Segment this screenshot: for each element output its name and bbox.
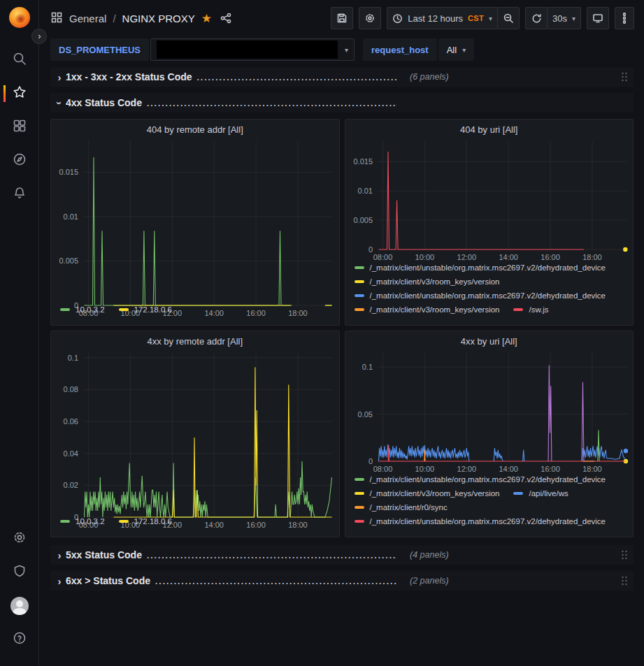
- panel-title[interactable]: 404 by uri [All]: [345, 120, 634, 136]
- svg-text:18:00: 18:00: [582, 253, 602, 261]
- variables-bar: DS_PROMETHEUS ▾ request_host All ▾: [39, 36, 644, 63]
- series-color-swatch: [355, 280, 364, 283]
- row-5xx[interactable]: › 5xx Status Code ......................…: [50, 545, 634, 565]
- legend-item[interactable]: /_matrix/client/unstable/org.matrix.msc2…: [355, 475, 606, 484]
- zoom-out-button[interactable]: [497, 7, 520, 29]
- chart-svg: 08:0010:0012:0014:0016:0018:0000.020.040…: [51, 347, 339, 531]
- variable-label-request-host[interactable]: request_host: [363, 38, 437, 61]
- svg-text:12:00: 12:00: [457, 253, 476, 261]
- legend-item[interactable]: /_matrix/client/v3/room_keys/version: [355, 489, 500, 498]
- svg-text:18:00: 18:00: [582, 465, 602, 473]
- sidebar-item-help[interactable]: [0, 625, 39, 653]
- bell-icon: [12, 185, 27, 203]
- time-range-label: Last 12 hours: [408, 13, 463, 24]
- time-series-chart[interactable]: 08:0010:0012:0014:0016:0018:0000.020.040…: [51, 347, 339, 517]
- panel-title[interactable]: 4xx by uri [All]: [345, 331, 634, 347]
- legend-item[interactable]: /_matrix/client/unstable/org.matrix.msc2…: [355, 517, 606, 526]
- sidebar-item-alerting[interactable]: [0, 180, 39, 208]
- favorite-star-icon[interactable]: ★: [201, 13, 212, 24]
- time-series-chart[interactable]: 08:0010:0012:0014:0016:0018:0000.050.1: [345, 347, 634, 475]
- dashboards-grid-icon: [12, 118, 27, 136]
- refresh-interval-picker[interactable]: 30s ▾: [547, 7, 581, 29]
- legend-item[interactable]: /_matrix/client/unstable/org.matrix.msc2…: [355, 263, 606, 272]
- series-color-swatch: [355, 520, 364, 523]
- sidebar-expand-button[interactable]: ›: [31, 29, 47, 44]
- variable-label-ds-prometheus[interactable]: DS_PROMETHEUS: [50, 38, 149, 61]
- breadcrumb-folder[interactable]: General: [69, 13, 106, 24]
- chevron-right-icon: ›: [53, 575, 66, 587]
- row-6xx[interactable]: › 6xx > Status Code ....................…: [50, 571, 634, 591]
- chevron-down-icon: ▾: [345, 46, 348, 54]
- sidebar-item-configuration[interactable]: [0, 525, 39, 553]
- svg-text:0.02: 0.02: [64, 481, 78, 489]
- kebab-menu-button[interactable]: [615, 7, 634, 29]
- legend-label: /_matrix/client/unstable/org.matrix.msc2…: [370, 475, 606, 484]
- refresh-button[interactable]: [525, 7, 548, 29]
- share-icon[interactable]: [218, 10, 234, 26]
- drag-handle-icon[interactable]: [621, 549, 628, 560]
- svg-text:0.08: 0.08: [64, 385, 78, 393]
- svg-text:0.005: 0.005: [59, 256, 78, 265]
- legend-item[interactable]: /_matrix/client/v3/room_keys/version: [355, 305, 500, 314]
- series-color-swatch: [355, 492, 364, 495]
- drag-handle-icon[interactable]: [621, 71, 628, 82]
- dashboard-canvas: › 1xx - 3xx - 2xx Status Code ..........…: [39, 63, 644, 666]
- legend-label: /_matrix/client/unstable/org.matrix.msc2…: [370, 291, 606, 300]
- apps-grid-icon[interactable]: [50, 11, 63, 26]
- sidebar-item-starred[interactable]: [0, 80, 39, 108]
- legend-item[interactable]: /_matrix/client/unstable/org.matrix.msc2…: [355, 291, 606, 300]
- variable-value-request-host[interactable]: All ▾: [438, 38, 474, 61]
- series-color-swatch: [60, 308, 70, 311]
- sidebar-item-search[interactable]: [0, 46, 39, 74]
- legend-label: 172.18.0.6: [134, 305, 172, 314]
- legend-item[interactable]: /api/live/ws: [513, 489, 568, 498]
- row-1xx-3xx-2xx[interactable]: › 1xx - 3xx - 2xx Status Code ..........…: [50, 67, 634, 87]
- svg-text:08:00: 08:00: [373, 465, 392, 473]
- legend-item[interactable]: /_matrix/client/r0/sync: [355, 503, 448, 512]
- dashboard-settings-button[interactable]: [359, 7, 381, 29]
- variable-value-dropdown[interactable]: ▾: [150, 38, 355, 61]
- drag-handle-icon[interactable]: [621, 575, 628, 586]
- row-title: 6xx > Status Code: [66, 575, 150, 586]
- sidebar: [0, 0, 39, 666]
- svg-text:0.015: 0.015: [353, 157, 373, 166]
- panel-title[interactable]: 404 by remote addr [All]: [51, 120, 339, 136]
- main-area: General / NGINX PROXY ★ Last: [39, 0, 644, 666]
- legend-item[interactable]: /_matrix/client/v3/room_keys/version: [355, 277, 500, 286]
- series-color-swatch: [355, 294, 364, 297]
- panel-title[interactable]: 4xx by remote addr [All]: [51, 331, 339, 347]
- dashboard-title[interactable]: NGINX PROXY: [122, 13, 195, 24]
- grafana-logo[interactable]: [9, 7, 30, 28]
- svg-text:0.04: 0.04: [64, 449, 78, 458]
- star-icon: [12, 85, 27, 103]
- time-range-picker[interactable]: Last 12 hours CST ▾: [387, 7, 498, 29]
- legend: 10.0.3.2172.18.0.6: [51, 517, 339, 537]
- legend-item[interactable]: 10.0.3.2: [60, 305, 105, 314]
- svg-text:0: 0: [368, 457, 372, 465]
- chevron-right-icon: ›: [53, 71, 66, 83]
- sidebar-item-server-admin[interactable]: [0, 558, 39, 586]
- legend-item[interactable]: 172.18.0.6: [119, 305, 172, 314]
- variable-request-host: request_host All ▾: [363, 38, 474, 61]
- tv-mode-button[interactable]: [587, 7, 609, 29]
- chart-svg: 08:0010:0012:0014:0016:0018:0000.050.1: [345, 347, 634, 475]
- svg-text:08:00: 08:00: [373, 253, 392, 261]
- avatar: [10, 597, 29, 615]
- legend-item[interactable]: /sw.js: [513, 305, 548, 314]
- row-dotted-leader: ........................................…: [197, 73, 397, 82]
- time-series-chart[interactable]: 08:0010:0012:0014:0016:0018:0000.0050.01…: [345, 136, 634, 263]
- save-dashboard-button[interactable]: [331, 7, 353, 29]
- sidebar-item-profile[interactable]: [0, 592, 39, 620]
- row-title: 5xx Status Code: [66, 549, 142, 560]
- row-title: 4xx Status Code: [66, 97, 142, 108]
- svg-text:10:00: 10:00: [415, 253, 434, 261]
- sidebar-item-explore[interactable]: [0, 147, 39, 175]
- chart-svg: 08:0010:0012:0014:0016:0018:0000.0050.01…: [51, 136, 339, 319]
- redacted-value: [157, 41, 338, 59]
- legend-item[interactable]: 172.18.0.6: [119, 517, 172, 526]
- time-series-chart[interactable]: 08:0010:0012:0014:0016:0018:0000.0050.01…: [51, 136, 339, 305]
- refresh-group: 30s ▾: [525, 7, 581, 29]
- row-4xx[interactable]: › 4xx Status Code ......................…: [50, 93, 634, 113]
- sidebar-item-dashboards[interactable]: [0, 113, 39, 141]
- legend-item[interactable]: 10.0.3.2: [60, 517, 105, 526]
